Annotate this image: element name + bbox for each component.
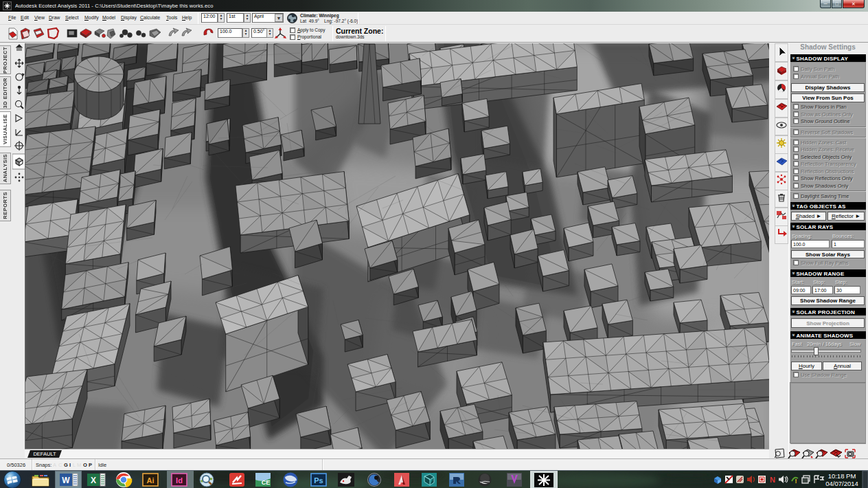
svg-text:X: X <box>91 476 96 485</box>
svg-text:10:18 PM: 10:18 PM <box>828 472 856 480</box>
svg-text:04/07/2014: 04/07/2014 <box>825 480 858 487</box>
svg-text:CE: CE <box>262 479 271 486</box>
svg-text:Ai: Ai <box>147 476 155 485</box>
svg-text:W: W <box>62 476 70 485</box>
svg-text:N: N <box>770 476 775 484</box>
svg-text:!: ! <box>795 478 797 485</box>
svg-text:Ps: Ps <box>314 476 323 485</box>
svg-text:Id: Id <box>176 476 183 485</box>
